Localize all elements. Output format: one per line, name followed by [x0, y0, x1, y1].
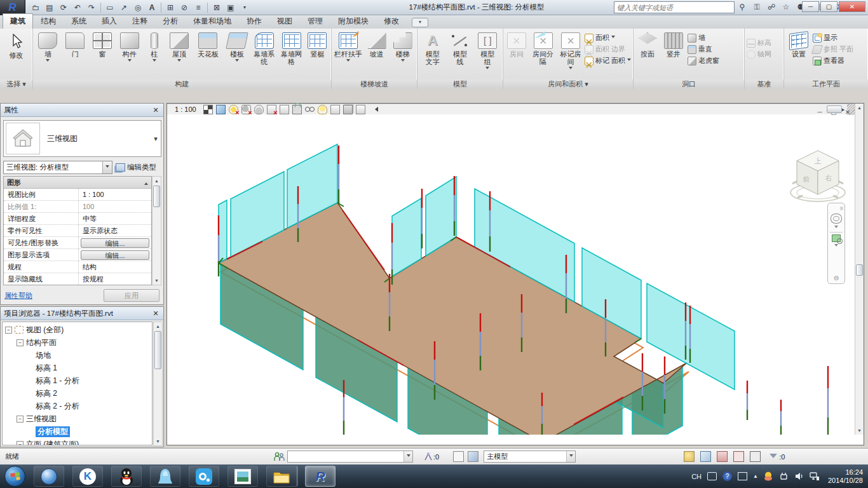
- search-input[interactable]: [614, 1, 735, 13]
- taskbar-browser-button[interactable]: [34, 466, 64, 487]
- set-workplane-button[interactable]: 设置: [786, 30, 811, 58]
- clock[interactable]: 16:24 2014/10/28: [825, 468, 863, 485]
- navbar-close-icon[interactable]: ⦻: [840, 205, 843, 212]
- view-scale-value[interactable]: 1 : 100: [79, 191, 151, 198]
- search-icon[interactable]: ⚲: [737, 2, 747, 12]
- tree-item-structural-plans[interactable]: −结构平面: [3, 336, 152, 349]
- viewcube-right-label[interactable]: 右: [825, 174, 832, 182]
- ceiling-button[interactable]: 天花板: [193, 30, 222, 58]
- collapse-icon[interactable]: −: [17, 416, 24, 423]
- panel-label-select[interactable]: 选择 ▾: [0, 79, 32, 89]
- properties-close-icon[interactable]: ✕: [151, 106, 160, 114]
- drag-on-selection-icon[interactable]: [750, 451, 761, 462]
- detail-level-value[interactable]: 中等: [79, 214, 151, 224]
- temporary-view-properties-icon[interactable]: [330, 105, 340, 114]
- tree-item-3d-views[interactable]: −三维视图: [3, 412, 152, 425]
- switch-windows-icon[interactable]: ▣: [226, 3, 236, 13]
- select-underlay-icon[interactable]: [700, 451, 711, 462]
- type-selector[interactable]: 三维视图 ▾: [3, 120, 161, 157]
- redo-icon[interactable]: ↷: [86, 3, 97, 13]
- scrollbar-thumb[interactable]: [827, 105, 842, 113]
- horizontal-scrollbar[interactable]: [382, 104, 838, 114]
- shadows-icon[interactable]: [241, 105, 251, 114]
- apply-button[interactable]: 应用: [104, 289, 159, 302]
- tree-item-level2[interactable]: 标高 2: [3, 387, 152, 400]
- tab-view[interactable]: 视图: [269, 13, 300, 29]
- show-crop-region-icon[interactable]: [280, 105, 289, 114]
- collapse-icon[interactable]: −: [5, 327, 12, 334]
- select-by-face-icon[interactable]: [733, 451, 744, 462]
- tree-item-level1-analytical[interactable]: 标高 1 - 分析: [3, 374, 152, 387]
- panel-label-room-area[interactable]: 房间和面积 ▾: [503, 79, 633, 89]
- edit-type-button[interactable]: 编辑类型: [114, 161, 162, 174]
- model-group-button[interactable]: 模型组: [475, 30, 501, 72]
- tab-architecture[interactable]: 建筑: [3, 13, 33, 29]
- thin-lines-icon[interactable]: ≡: [193, 3, 203, 13]
- tree-item-site[interactable]: 场地: [3, 349, 152, 362]
- wall-button[interactable]: 墙: [35, 30, 61, 64]
- section-icon[interactable]: ⊘: [179, 3, 189, 13]
- graphic-display-edit-button[interactable]: 编辑...: [81, 250, 149, 260]
- mullion-button[interactable]: 竖梃: [306, 30, 329, 58]
- taskbar-k-app-button[interactable]: K: [72, 466, 103, 487]
- view-close-icon[interactable]: ✕: [843, 109, 852, 116]
- window-button[interactable]: 窗: [90, 30, 116, 58]
- design-option-combobox[interactable]: 主模型: [484, 451, 576, 463]
- restore-button[interactable]: ▢: [820, 1, 837, 12]
- network-icon[interactable]: [810, 471, 820, 481]
- section-collapse-icon[interactable]: [144, 180, 148, 185]
- taskbar-explorer-button[interactable]: [266, 466, 297, 487]
- viewcube-top-label[interactable]: 上: [815, 157, 822, 165]
- viewer-button[interactable]: 查看器: [813, 56, 853, 65]
- unlock-view-icon[interactable]: [292, 105, 302, 114]
- ribbon-collapse-button[interactable]: ▾: [412, 18, 428, 27]
- properties-header[interactable]: 属性 ✕: [1, 104, 163, 117]
- modify-button[interactable]: 修改: [3, 30, 31, 60]
- qq-tray-icon[interactable]: [764, 471, 773, 481]
- undo-icon[interactable]: ↶: [72, 3, 83, 13]
- roof-button[interactable]: 屋顶: [166, 30, 193, 64]
- tree-item-views[interactable]: −视图 (全部): [3, 323, 152, 336]
- reveal-hidden-icon[interactable]: [318, 105, 327, 114]
- tree-item-elevations[interactable]: −立面 (建筑立面): [3, 438, 152, 445]
- tab-massing-site[interactable]: 体量和场地: [186, 13, 239, 29]
- collapse-icon[interactable]: −: [17, 339, 24, 346]
- browser-header[interactable]: 项目浏览器 - 17#楼结构平面图.rvt ✕: [1, 307, 163, 320]
- sync-icon[interactable]: ⟳: [58, 3, 69, 13]
- zoom-icon[interactable]: [832, 234, 841, 242]
- view-type-combobox[interactable]: 三维视图: 分析模型: [3, 161, 112, 174]
- discipline-value[interactable]: 结构: [79, 262, 151, 272]
- worksets-icon[interactable]: [273, 452, 285, 462]
- wall-opening-button[interactable]: 墙: [688, 33, 719, 43]
- browser-close-icon[interactable]: ✕: [151, 309, 160, 318]
- taskbar-qq-button[interactable]: [111, 466, 142, 487]
- sun-path-icon[interactable]: [229, 105, 238, 114]
- active-only-icon[interactable]: [453, 451, 464, 462]
- model-text-button[interactable]: 模型文字: [419, 30, 445, 66]
- minimize-button[interactable]: ─: [802, 1, 819, 12]
- detail-level-icon[interactable]: [203, 105, 213, 114]
- viewcube-front-label[interactable]: 前: [803, 175, 810, 183]
- curtain-grid-button[interactable]: 幕墙网格: [278, 30, 304, 66]
- type-selector-dropdown-icon[interactable]: ▾: [151, 121, 161, 156]
- drawing-area[interactable]: ─ ▢ ✕ 上 前 右 ⦻ ⊖ ▲ ▼ 1 : 100: [166, 103, 864, 445]
- safely-remove-icon[interactable]: [779, 471, 789, 481]
- navbar-collapse-icon[interactable]: ⊖: [834, 274, 839, 281]
- workset-combobox[interactable]: [287, 451, 413, 463]
- parts-visibility-value[interactable]: 显示原状态: [79, 226, 151, 236]
- shaft-button[interactable]: 竖井: [661, 30, 686, 58]
- tab-modify[interactable]: 修改: [376, 13, 407, 29]
- filter-icon[interactable]: [770, 454, 777, 462]
- tree-item-analytical-model[interactable]: 分析模型: [3, 425, 152, 438]
- subscription-icon[interactable]: ⚿: [752, 2, 762, 12]
- properties-scrollbar[interactable]: ▲ ▼: [152, 176, 161, 285]
- tree-item-level2-analytical[interactable]: 标高 2 - 分析: [3, 400, 152, 412]
- taskbar-baidu-pan-button[interactable]: [189, 466, 219, 487]
- scrollbar-thumb[interactable]: [856, 264, 863, 276]
- design-options-icon[interactable]: [423, 452, 433, 462]
- scrollbar-thumb[interactable]: [153, 186, 160, 207]
- combo-dropdown-icon[interactable]: [102, 161, 112, 173]
- tab-manage[interactable]: 管理: [300, 13, 330, 29]
- floor-button[interactable]: 楼板: [224, 30, 250, 64]
- curtain-system-button[interactable]: 幕墙系统: [251, 30, 277, 66]
